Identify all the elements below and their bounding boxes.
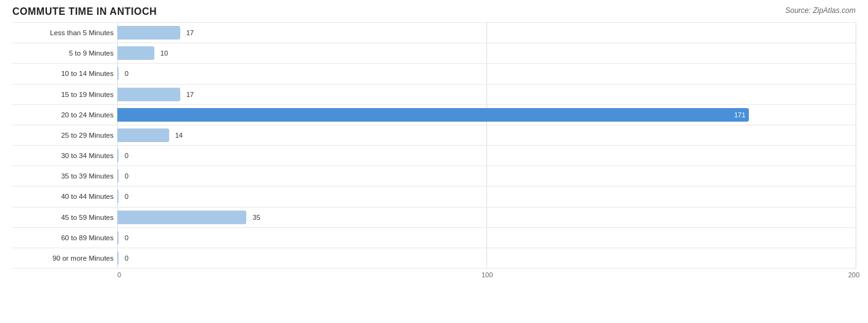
bar-row: 20 to 24 Minutes171 — [12, 105, 856, 125]
x-axis-label: 0 — [117, 271, 121, 279]
bar-value: 0 — [125, 152, 128, 159]
bar-track: 0 — [117, 190, 856, 203]
bar-value: 0 — [125, 234, 128, 241]
bar-fill — [117, 26, 180, 40]
bar-fill — [117, 211, 246, 224]
bar-fill — [117, 67, 119, 80]
bars-area: Less than 5 Minutes175 to 9 Minutes1010 … — [12, 22, 856, 269]
bar-track: 17 — [117, 88, 856, 101]
bar-track: 0 — [117, 251, 856, 265]
bar-fill — [117, 46, 154, 60]
bar-label: Less than 5 Minutes — [12, 29, 117, 36]
bar-value: 17 — [186, 29, 194, 36]
bar-row: 15 to 19 Minutes17 — [12, 85, 856, 105]
x-axis-label: 200 — [848, 271, 859, 279]
bar-label: 5 to 9 Minutes — [12, 49, 117, 57]
bar-label: 35 to 39 Minutes — [12, 172, 117, 180]
bar-label: 30 to 34 Minutes — [12, 152, 117, 159]
x-axis: 0100200 — [117, 271, 856, 283]
bar-row: 35 to 39 Minutes0 — [12, 166, 856, 187]
bar-track: 17 — [117, 26, 856, 40]
bar-label: 60 to 89 Minutes — [12, 234, 117, 241]
bar-fill: 171 — [117, 108, 749, 122]
bar-fill — [117, 128, 169, 142]
bar-row: 40 to 44 Minutes0 — [12, 187, 856, 207]
bar-track: 0 — [117, 231, 856, 245]
bar-track: 14 — [117, 128, 856, 142]
bar-row: 5 to 9 Minutes10 — [12, 43, 856, 64]
chart-header: COMMUTE TIME IN ANTIOCH Source: ZipAtlas… — [12, 6, 856, 17]
bar-label: 15 to 19 Minutes — [12, 91, 117, 98]
bar-label: 20 to 24 Minutes — [12, 111, 117, 119]
bar-track: 0 — [117, 67, 856, 80]
bar-label: 40 to 44 Minutes — [12, 193, 117, 200]
bar-track: 0 — [117, 169, 856, 183]
bar-value: 171 — [734, 111, 745, 119]
x-axis-label: 100 — [482, 271, 493, 279]
bar-value: 14 — [175, 132, 183, 139]
bar-row: 30 to 34 Minutes0 — [12, 146, 856, 166]
bar-value: 17 — [186, 91, 194, 98]
bar-label: 25 to 29 Minutes — [12, 132, 117, 139]
bar-fill — [117, 169, 119, 183]
bar-value: 10 — [161, 49, 168, 57]
bar-value: 0 — [125, 172, 128, 180]
bar-track: 0 — [117, 149, 856, 162]
bar-track: 10 — [117, 46, 856, 60]
bar-row: 90 or more Minutes0 — [12, 248, 856, 269]
chart-body: Less than 5 Minutes175 to 9 Minutes1010 … — [12, 22, 856, 283]
bar-fill — [117, 251, 119, 265]
bar-fill — [117, 231, 119, 245]
bar-label: 90 or more Minutes — [12, 254, 117, 262]
bar-label: 45 to 59 Minutes — [12, 214, 117, 221]
bar-fill — [117, 88, 180, 101]
bar-row: 60 to 89 Minutes0 — [12, 228, 856, 248]
bar-value: 0 — [125, 193, 128, 200]
bar-row: 10 to 14 Minutes0 — [12, 64, 856, 84]
bar-value: 35 — [252, 214, 260, 221]
bar-fill — [117, 190, 119, 203]
grid-line — [856, 22, 856, 269]
bar-value: 0 — [125, 254, 128, 262]
bar-track: 171 — [117, 108, 856, 122]
chart-source: Source: ZipAtlas.com — [785, 6, 856, 15]
bar-row: Less than 5 Minutes17 — [12, 22, 856, 43]
bar-fill — [117, 149, 119, 162]
bar-track: 35 — [117, 211, 856, 224]
bar-label: 10 to 14 Minutes — [12, 70, 117, 77]
chart-container: COMMUTE TIME IN ANTIOCH Source: ZipAtlas… — [0, 0, 868, 323]
chart-title: COMMUTE TIME IN ANTIOCH — [12, 6, 157, 17]
bar-row: 45 to 59 Minutes35 — [12, 208, 856, 228]
bar-value: 0 — [125, 70, 128, 77]
bar-row: 25 to 29 Minutes14 — [12, 125, 856, 146]
